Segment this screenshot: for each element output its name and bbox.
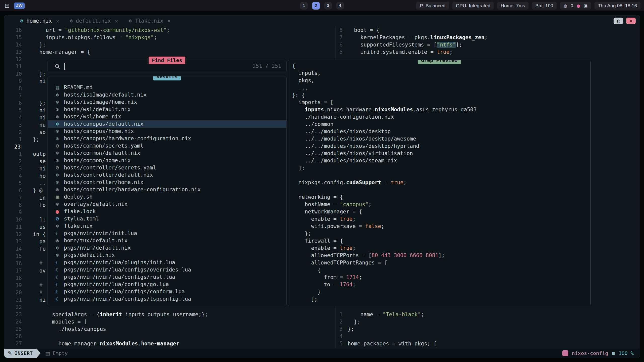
tab-flake.nix[interactable]: ❄flake.nix× [128,18,171,24]
result-item[interactable]: ☾pkgs/nvim/nvim/init.lua [48,230,286,237]
lines-icon: ≡ [612,350,615,356]
result-item[interactable]: ❄hosts/canopus/hardware-configuration.ni… [48,135,286,142]
result-filename: hosts/controller/hardware-configuration.… [64,186,201,193]
apps-menu-icon[interactable]: ⊞ [5,2,10,9]
line-number: 2 [4,129,22,136]
result-filename: pkgs/nvim/nvim/lua/plugins/init.lua [64,259,175,266]
mode-icon: ✎ [8,350,12,356]
result-item[interactable]: ☾pkgs/nvim/nvim/lua/configs/conform.lua [48,288,286,295]
result-item[interactable]: ❄hosts/common/default.nix [48,150,286,157]
result-item[interactable]: ❄home/tux/default.nix [48,237,286,244]
result-item[interactable]: ❄hosts/canopus/default.nix [48,120,286,128]
result-filename: stylua.toml [64,215,99,222]
line-number: 3 [4,121,22,129]
result-item[interactable]: ❄pkgs/default.nix [48,252,286,259]
result-item[interactable]: ☾pkgs/nvim/nvim/lua/configs/go.lua [48,281,286,288]
results-list: ▦README.md❄hosts/isoImage/default.nix❄ho… [48,84,286,303]
line-number: 16 [4,260,22,267]
nix-icon: ❄ [69,18,73,24]
preview-line: ../../modules/nixos/desktop [292,128,590,135]
buffer-icon: ▤ [45,350,50,356]
line-number: 5 [336,49,343,56]
nix-icon: ❄ [55,171,62,179]
preview-line: enable = true; [292,215,590,223]
lua-icon: ☾ [55,266,62,274]
tabline: ❄home.nix×❄default.nix×❄flake.nix× ◐ × [4,15,640,27]
result-item[interactable]: ☾pkgs/nvim/nvim/lua/configs/lspconfig.lu… [48,295,286,303]
result-item[interactable]: ❄pkgs/nvim/default.nix [48,244,286,252]
line-number: 17 [4,267,22,275]
result-item[interactable]: ❄hosts/isoImage/default.nix [48,91,286,99]
result-filename: home/tux/default.nix [64,237,128,244]
neovim-window: ❄home.nix×❄default.nix×❄flake.nix× ◐ × 1… [4,15,640,358]
line-number: 8 [4,85,22,92]
line-number: 6 [4,100,22,107]
nix-icon: ❄ [55,135,62,142]
tab-default.nix[interactable]: ❄default.nix× [69,18,118,24]
result-item[interactable]: ❄overlays/default.nix [48,201,286,208]
workspace-button[interactable]: 3 [324,2,332,10]
result-item[interactable]: ☾pkgs/nvim/nvim/lua/configs/rust.lua [48,274,286,281]
result-filename: hosts/isoImage/home.nix [64,99,137,106]
line-number: 4 [336,333,343,340]
result-item[interactable]: ❄hosts/wsl/home.nix [48,113,286,120]
recording-indicator-icon: ● [577,3,580,8]
line-number: 1 [4,151,22,158]
result-filename: deploy.sh [64,193,93,201]
editor-area: 16 url = "github:nix-community/nixos-wsl… [4,27,640,349]
result-item[interactable]: ❄hosts/controller/home.nix [48,179,286,186]
preview-line: ../common [292,121,590,128]
result-item[interactable]: ❄hosts/controller/default.nix [48,171,286,179]
result-item[interactable]: ❄flake.nix [48,222,286,230]
result-filename: hosts/canopus/home.nix [64,128,134,135]
result-item[interactable]: ▣deploy.sh [48,193,286,201]
result-item[interactable]: ▦README.md [48,84,286,91]
tab-label: home.nix [26,18,52,24]
tab-close-icon[interactable]: × [167,18,171,24]
theme-toggle-button[interactable]: ◐ [614,18,623,24]
preview-line: ./hardware-configuration.nix [292,113,590,121]
project-name: nixos-config [572,350,608,356]
close-window-button[interactable]: × [626,18,636,24]
lua-icon: ☾ [55,295,62,303]
tab-close-icon[interactable]: × [115,18,118,24]
line-number: 11 [4,223,22,231]
result-item[interactable]: ❄hosts/controller/hardware-configuration… [48,186,286,193]
workspace-button[interactable]: 2 [312,2,320,10]
result-item[interactable]: ☾pkgs/nvim/nvim/lua/plugins/init.lua [48,259,286,266]
workspace-button[interactable]: 1 [300,2,308,10]
code-line: 13 home-manager = { [4,49,335,56]
code-line: 3}; [336,326,640,333]
tab-close-icon[interactable]: × [56,18,59,24]
result-filename: pkgs/nvim/nvim/init.lua [64,230,137,237]
result-filename: hosts/common/home.nix [64,157,131,164]
result-item[interactable]: ❄hosts/isoImage/home.nix [48,99,286,106]
result-filename: hosts/common/secrets.yaml [64,142,143,150]
code-line: 27 home-manager.nixosModules.home-manage… [4,340,335,347]
result-item[interactable]: ☾pkgs/nvim/nvim/lua/configs/overrides.lu… [48,266,286,274]
find-files-prompt[interactable]: Find Files 251 / 251 [48,60,287,72]
line-number: 6 [336,41,343,49]
preview-line: to = 1764; [292,281,590,288]
logo-badge[interactable]: JW [14,3,25,9]
result-item[interactable]: ⚙stylua.toml [48,215,286,222]
result-filename: pkgs/default.nix [64,252,115,259]
line-number: 22 [4,304,22,311]
result-filename: hosts/canopus/default.nix [64,120,143,128]
code-line: 16 url = "github:nix-community/nixos-wsl… [4,27,335,34]
network-icon: ◍ [564,3,567,8]
line-number: 15 [4,253,22,260]
result-item[interactable]: ⚙hosts/controller/secrets.yaml [48,164,286,171]
result-item[interactable]: ⚙hosts/common/secrets.yaml [48,142,286,150]
line-number: 20 [4,289,22,296]
result-filename: hosts/controller/secrets.yaml [64,164,156,171]
preview-line: ../../modules/nixos/desktop/hyprland [292,143,590,150]
result-item[interactable]: ❄hosts/canopus/home.nix [48,128,286,135]
result-filename: pkgs/nvim/default.nix [64,244,131,252]
result-item[interactable]: ❄hosts/common/home.nix [48,157,286,164]
result-item[interactable]: ❄hosts/wsl/default.nix [48,106,286,113]
nix-icon: ❄ [20,18,24,24]
result-item[interactable]: ●flake.lock [48,208,286,215]
workspace-button[interactable]: 4 [336,2,344,10]
tab-home.nix[interactable]: ❄home.nix× [20,18,59,24]
